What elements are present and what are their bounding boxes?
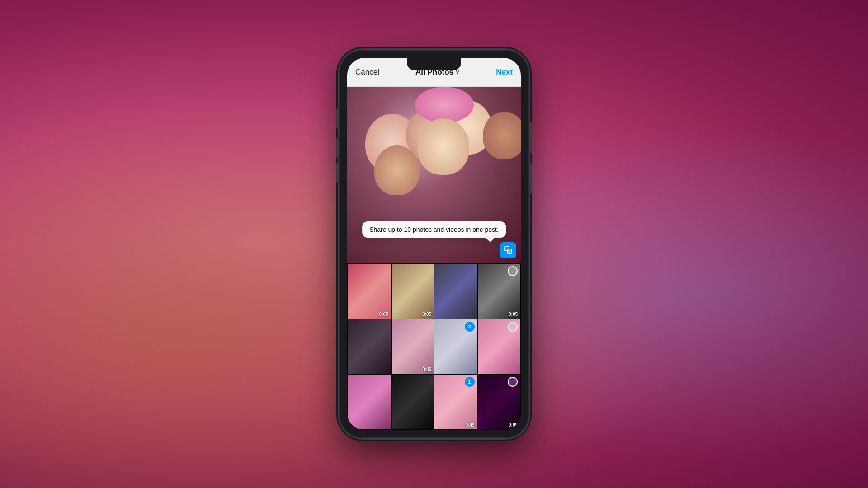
thumbnail-item[interactable] — [348, 319, 391, 374]
cancel-button[interactable]: Cancel — [355, 68, 379, 77]
multi-select-button[interactable] — [500, 242, 516, 258]
thumbnail-image — [392, 375, 434, 429]
video-duration-label: 0:05 — [509, 422, 518, 427]
selection-circle — [508, 322, 518, 332]
thumbnail-item[interactable]: 0:05 — [478, 264, 520, 319]
thumbnail-image — [392, 264, 434, 319]
phone-notch — [407, 58, 461, 70]
phone-wrapper: Cancel All Photos ∨ Next — [339, 50, 529, 438]
thumbnail-item[interactable] — [392, 375, 434, 429]
video-duration-label: 0:49 — [465, 422, 474, 427]
thumbnail-image — [434, 264, 477, 319]
thumbnail-image — [348, 375, 391, 429]
phone-screen: Cancel All Photos ∨ Next — [347, 58, 521, 430]
selection-badge: 1 — [465, 377, 475, 387]
multi-select-tooltip: Share up to 10 photos and videos in one … — [362, 221, 506, 238]
thumbnail-image — [348, 264, 391, 319]
photo-thumbnail-grid: 0:050:050:050:0530:4910:05 — [347, 263, 521, 430]
thumbnail-image — [348, 319, 391, 374]
video-duration-label: 0:05 — [509, 312, 518, 317]
thumbnail-item[interactable]: 3 — [434, 319, 477, 374]
tooltip-text: Share up to 10 photos and videos in one … — [369, 226, 499, 233]
video-duration-label: 0:05 — [422, 367, 431, 372]
selection-badge: 3 — [465, 322, 475, 332]
thumbnail-item[interactable]: 0:05 — [392, 264, 434, 319]
next-button[interactable]: Next — [496, 68, 513, 77]
multi-select-icon — [504, 245, 513, 256]
thumbnail-item[interactable]: 0:05 — [478, 375, 520, 429]
phone-body: Cancel All Photos ∨ Next — [339, 50, 529, 438]
thumbnail-image — [392, 319, 434, 374]
svg-rect-1 — [507, 249, 512, 253]
thumbnail-item[interactable] — [478, 319, 520, 374]
thumbnail-item[interactable] — [348, 375, 391, 429]
video-duration-label: 0:05 — [379, 312, 388, 317]
selected-photo-preview: Share up to 10 photos and videos in one … — [347, 87, 521, 263]
selection-circle — [508, 266, 518, 276]
thumbnail-item[interactable] — [434, 264, 477, 319]
thumbnail-item[interactable]: 0:05 — [348, 264, 391, 319]
video-duration-label: 0:05 — [422, 312, 431, 317]
thumbnail-item[interactable]: 0:491 — [434, 375, 477, 429]
thumbnail-item[interactable]: 0:05 — [392, 319, 434, 374]
